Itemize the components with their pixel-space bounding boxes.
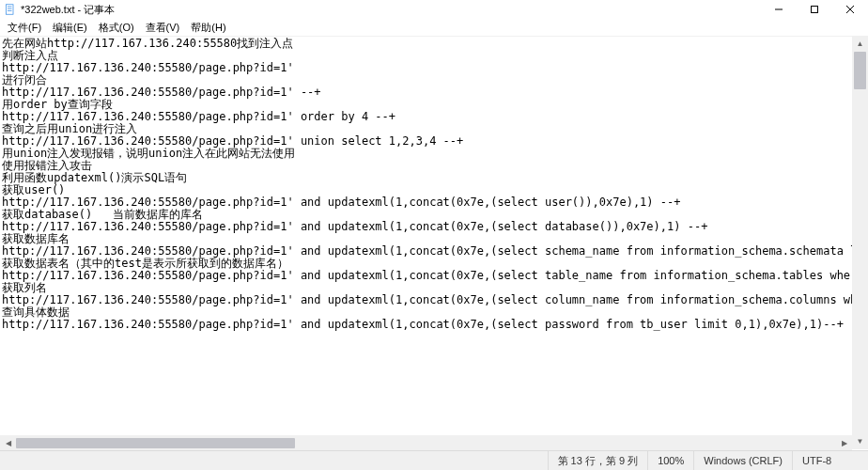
window-title: *322web.txt - 记事本: [21, 3, 761, 17]
scroll-left-arrow-icon[interactable]: ◀: [0, 435, 16, 451]
editor-text[interactable]: 先在网站http://117.167.136.240:55580找到注入点 判断…: [0, 37, 868, 332]
editor-area[interactable]: 先在网站http://117.167.136.240:55580找到注入点 判断…: [0, 37, 868, 448]
horizontal-scrollbar[interactable]: ◀ ▶: [0, 435, 852, 451]
menu-format[interactable]: 格式(O): [93, 20, 140, 36]
scroll-up-arrow-icon[interactable]: ▲: [852, 36, 868, 52]
scroll-right-arrow-icon[interactable]: ▶: [836, 435, 852, 451]
horizontal-scroll-track[interactable]: [16, 435, 836, 451]
status-encoding: UTF-8: [792, 451, 868, 470]
title-bar: *322web.txt - 记事本: [0, 0, 868, 19]
scroll-down-arrow-icon[interactable]: ▼: [852, 433, 868, 449]
menu-help[interactable]: 帮助(H): [185, 20, 231, 36]
menu-edit[interactable]: 编辑(E): [47, 20, 93, 36]
svg-rect-5: [812, 7, 818, 13]
maximize-button[interactable]: [797, 0, 832, 19]
notepad-icon: [4, 3, 17, 16]
menu-file[interactable]: 文件(F): [2, 20, 47, 36]
status-bar: 第 13 行，第 9 列 100% Windows (CRLF) UTF-8: [0, 450, 868, 470]
window-controls: [761, 0, 868, 19]
menu-view[interactable]: 查看(V): [140, 20, 186, 36]
status-line-ending: Windows (CRLF): [693, 451, 792, 470]
horizontal-scroll-thumb[interactable]: [16, 438, 295, 448]
close-button[interactable]: [832, 0, 868, 19]
vertical-scrollbar[interactable]: ▲ ▼: [852, 36, 868, 449]
vertical-scroll-thumb[interactable]: [854, 52, 866, 89]
status-zoom: 100%: [647, 451, 693, 470]
status-cursor-position: 第 13 行，第 9 列: [548, 451, 648, 470]
minimize-button[interactable]: [761, 0, 797, 19]
svg-rect-0: [7, 5, 14, 15]
menu-bar: 文件(F) 编辑(E) 格式(O) 查看(V) 帮助(H): [0, 19, 868, 37]
